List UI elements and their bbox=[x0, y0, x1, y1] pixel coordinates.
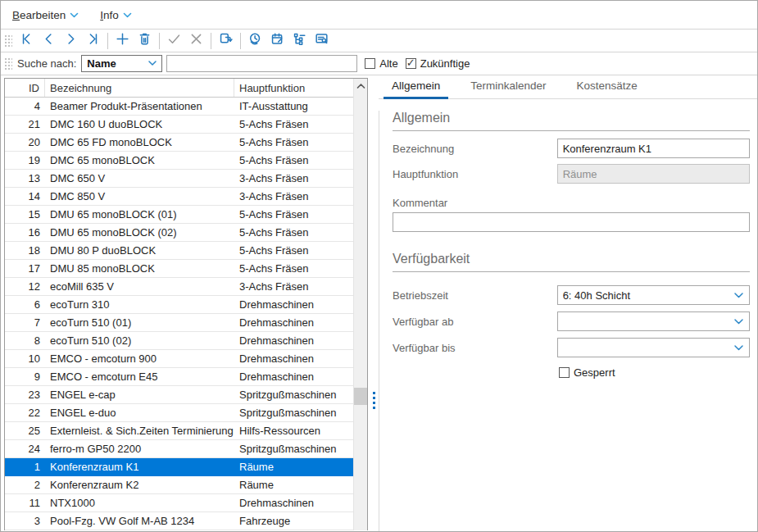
menu-info-label: Info bbox=[100, 9, 119, 21]
cancel-button[interactable] bbox=[185, 31, 207, 51]
next-record-icon bbox=[63, 31, 79, 50]
time-sync-button[interactable] bbox=[244, 31, 266, 51]
cell-id: 19 bbox=[5, 152, 45, 169]
cell-id: 13 bbox=[5, 170, 45, 187]
table-row[interactable]: 23ENGEL e-capSpritzgußmaschinen bbox=[5, 386, 367, 404]
bezeichnung-input[interactable] bbox=[557, 139, 750, 158]
delete-record-button[interactable] bbox=[134, 31, 156, 51]
tab-kostensaetze[interactable]: Kostensätze bbox=[569, 78, 646, 98]
first-record-button[interactable] bbox=[16, 31, 38, 51]
table-row[interactable]: 2Konferenzraum K2Räume bbox=[5, 476, 367, 494]
record-search-button[interactable] bbox=[311, 31, 333, 51]
table-row[interactable]: 24ferro-m GP50 2200Spritzgußmaschinen bbox=[5, 440, 367, 458]
table-row[interactable]: 19DMC 65 monoBLOCK5-Achs Fräsen bbox=[5, 152, 367, 170]
search-field-value: Name bbox=[87, 57, 116, 70]
cell-bezeichnung: ENGEL e-duo bbox=[45, 404, 234, 421]
chevron-down-icon bbox=[70, 9, 79, 21]
search-field-select[interactable]: Name bbox=[81, 55, 162, 72]
betriebszeit-select[interactable]: 6: 40h Schicht bbox=[557, 285, 750, 305]
toolbar-separator bbox=[159, 33, 160, 49]
scrollbar-thumb[interactable] bbox=[354, 388, 367, 405]
copy-record-button[interactable] bbox=[215, 31, 237, 51]
cell-bezeichnung: DMC 650 V bbox=[45, 170, 234, 187]
table-row[interactable]: 12ecoMill 635 V3-Achs Fräsen bbox=[5, 278, 367, 296]
last-record-button[interactable] bbox=[82, 31, 104, 51]
chevron-down-icon bbox=[733, 289, 744, 302]
toolbar-separator bbox=[211, 33, 211, 49]
table-row[interactable]: 15DMU 65 monoBLOCK (01)5-Achs Fräsen bbox=[5, 206, 367, 224]
gesperrt-checkbox[interactable]: Gesperrt bbox=[559, 366, 750, 379]
table-scrollbar[interactable] bbox=[353, 79, 367, 530]
table-row[interactable]: 6ecoTurn 310Drehmaschinen bbox=[5, 296, 367, 314]
searchbar-grip[interactable] bbox=[4, 57, 12, 70]
resource-table-body: 4Beamer Produkt-PräsentationenIT-Ausstat… bbox=[5, 98, 367, 530]
table-row[interactable]: 1Konferenzraum K1Räume bbox=[5, 458, 367, 476]
cell-hauptfunktion: 5-Achs Fräsen bbox=[234, 152, 367, 169]
chevron-down-icon bbox=[733, 316, 744, 328]
table-row[interactable]: 14DMC 850 V3-Achs Fräsen bbox=[5, 188, 367, 206]
cell-bezeichnung: NTX1000 bbox=[45, 494, 234, 512]
menu-info[interactable]: Info bbox=[100, 9, 132, 21]
tab-terminkalender[interactable]: Terminkalender bbox=[462, 78, 554, 98]
verfuegbar-bis-select[interactable] bbox=[557, 338, 750, 357]
calendar-edit-icon bbox=[270, 31, 285, 50]
cell-bezeichnung: DMU 65 monoBLOCK (01) bbox=[45, 206, 234, 223]
kommentar-input[interactable] bbox=[393, 212, 750, 232]
cell-id: 3 bbox=[5, 512, 45, 530]
toolbar-separator bbox=[107, 33, 108, 49]
cell-bezeichnung: DMU 65 monoBLOCK (02) bbox=[45, 224, 234, 241]
confirm-button[interactable] bbox=[163, 31, 185, 51]
cell-hauptfunktion: Fahrzeuge bbox=[234, 512, 367, 530]
column-header-id[interactable]: ID bbox=[5, 79, 45, 97]
cell-hauptfunktion: Spritzgußmaschinen bbox=[234, 404, 367, 421]
table-row[interactable]: 3Pool-Fzg. VW Golf M-AB 1234Fahrzeuge bbox=[5, 512, 367, 530]
table-row[interactable]: 11NTX1000Drehmaschinen bbox=[5, 494, 367, 512]
pane-splitter[interactable] bbox=[370, 392, 378, 410]
cell-hauptfunktion: Spritzgußmaschinen bbox=[234, 386, 367, 403]
search-input[interactable] bbox=[166, 55, 357, 72]
hauptfunktion-label: Hauptfunktion bbox=[393, 168, 557, 180]
table-row[interactable]: 13DMC 650 V3-Achs Fräsen bbox=[5, 170, 367, 188]
cell-id: 8 bbox=[5, 332, 45, 349]
verfuegbar-ab-select[interactable] bbox=[557, 311, 750, 331]
tab-page-allgemein: Allgemein Bezeichnung Hauptfunktion Komm… bbox=[379, 111, 757, 532]
cell-bezeichnung: ecoMill 635 V bbox=[45, 278, 234, 295]
toolbar-grip[interactable] bbox=[4, 34, 12, 48]
table-row[interactable]: 9EMCO - emcoturn E45Drehmaschinen bbox=[5, 368, 367, 386]
table-row[interactable]: 21DMC 160 U duoBLOCK5-Achs Fräsen bbox=[5, 116, 367, 134]
tab-allgemein[interactable]: Allgemein bbox=[384, 78, 448, 98]
next-record-button[interactable] bbox=[60, 31, 82, 51]
zukuenftige-checkbox[interactable]: Zukünftige bbox=[406, 57, 470, 70]
menu-bearbeiten[interactable]: Bearbeiten bbox=[12, 9, 79, 21]
alte-checkbox[interactable]: Alte bbox=[365, 57, 397, 70]
table-row[interactable]: 25Externleist. & Sich.Zeiten Terminierun… bbox=[5, 422, 367, 440]
table-row[interactable]: 20DMC 65 FD monoBLOCK5-Achs Fräsen bbox=[5, 134, 367, 152]
cell-id: 24 bbox=[5, 440, 45, 457]
cell-bezeichnung: DMU 80 P duoBLOCK bbox=[45, 242, 234, 259]
table-row[interactable]: 4Beamer Produkt-PräsentationenIT-Ausstat… bbox=[5, 98, 367, 116]
calendar-edit-button[interactable] bbox=[266, 31, 288, 51]
table-row[interactable]: 7ecoTurn 510 (01)Drehmaschinen bbox=[5, 314, 367, 332]
cell-hauptfunktion: Räume bbox=[234, 458, 367, 475]
cell-hauptfunktion: Räume bbox=[234, 476, 367, 493]
column-header-bezeichnung[interactable]: Bezeichnung bbox=[45, 79, 234, 97]
table-row[interactable]: 10EMCO - emcoturn 900Drehmaschinen bbox=[5, 350, 367, 368]
add-record-button[interactable] bbox=[111, 31, 134, 51]
cell-bezeichnung: Konferenzraum K1 bbox=[45, 458, 234, 475]
table-row[interactable]: 8ecoTurn 510 (02)Drehmaschinen bbox=[5, 332, 367, 350]
document-search-icon bbox=[314, 31, 329, 50]
table-row[interactable]: 18DMU 80 P duoBLOCK5-Achs Fräsen bbox=[5, 242, 367, 260]
previous-record-button[interactable] bbox=[38, 31, 60, 51]
scroll-up-icon[interactable] bbox=[354, 79, 367, 93]
checkbox-box bbox=[406, 58, 416, 69]
table-row[interactable]: 22ENGEL e-duoSpritzgußmaschinen bbox=[5, 404, 367, 422]
table-row[interactable]: 16DMU 65 monoBLOCK (02)5-Achs Fräsen bbox=[5, 224, 367, 242]
cell-bezeichnung: ferro-m GP50 2200 bbox=[45, 440, 234, 457]
hierarchy-list-button[interactable] bbox=[288, 31, 311, 51]
last-record-icon bbox=[85, 31, 101, 50]
cell-hauptfunktion: Drehmaschinen bbox=[234, 314, 367, 331]
table-row[interactable]: 17DMU 85 monoBLOCK5-Achs Fräsen bbox=[5, 260, 367, 278]
column-header-hauptfunktion[interactable]: Hauptfunktion bbox=[234, 79, 367, 97]
x-icon bbox=[188, 31, 204, 50]
cell-bezeichnung: EMCO - emcoturn 900 bbox=[45, 350, 234, 367]
